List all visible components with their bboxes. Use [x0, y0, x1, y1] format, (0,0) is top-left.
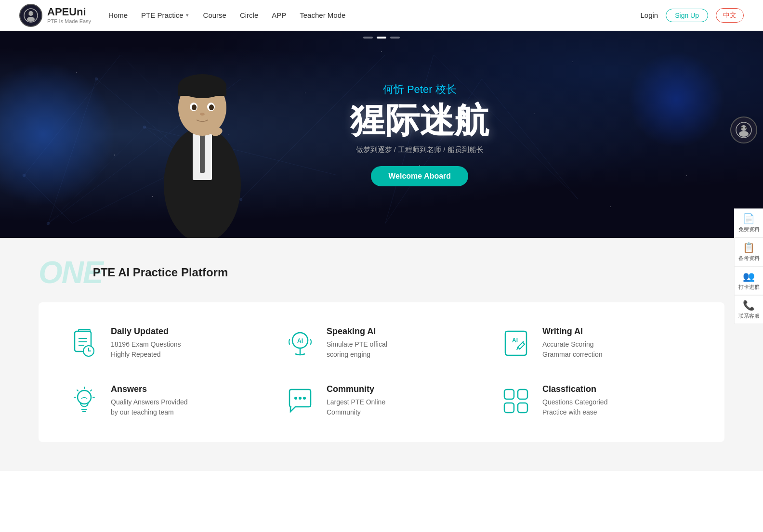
classification-icon — [499, 384, 533, 418]
study-materials-label: 备考资料 — [738, 255, 760, 262]
nav-pte-practice[interactable]: PTE Practice ▼ — [141, 11, 189, 19]
daily-updated-icon — [67, 326, 101, 360]
feature-daily-updated-desc: 18196 Exam QuestionsHighly Repeated — [111, 339, 181, 360]
svg-text:AI: AI — [512, 337, 518, 344]
svg-rect-59 — [518, 403, 527, 413]
svg-rect-57 — [518, 389, 527, 399]
hero-subtitle: 何忻 Peter 校长 — [350, 82, 489, 97]
feature-writing-ai-desc: Accurate ScoringGrammar correction — [542, 339, 602, 360]
nav-circle[interactable]: Circle — [240, 11, 258, 19]
logo-area: APEUni PTE Is Made Easy — [19, 4, 91, 27]
section-header: ONE PTE AI Practice Platform — [39, 257, 724, 288]
feature-answers-text: Answers Quality Answers Providedby our t… — [111, 384, 188, 417]
feature-daily-updated-title: Daily Updated — [111, 326, 181, 337]
feature-community: Community Largest PTE OnlineCommunity — [283, 384, 480, 418]
feature-community-title: Community — [327, 384, 385, 394]
svg-point-33 — [745, 127, 747, 129]
svg-point-2 — [27, 17, 35, 22]
carousel-dot-2[interactable] — [377, 37, 386, 39]
pte-practice-dropdown-icon: ▼ — [185, 13, 190, 18]
svg-point-55 — [303, 397, 306, 400]
checkin-group-label: 打卡进群 — [738, 284, 760, 291]
feature-speaking-ai: AI Speaking AI Simulate PTE officalscori… — [283, 326, 480, 360]
side-btn-contact[interactable]: 📞 联系客服 — [734, 295, 763, 324]
feature-classification-title: Classfication — [542, 384, 607, 394]
nav-app[interactable]: APP — [272, 11, 286, 19]
svg-point-4 — [33, 12, 34, 13]
signup-button[interactable]: Sign Up — [666, 9, 708, 22]
side-btn-free-materials[interactable]: 📄 免费资料 — [734, 208, 763, 237]
contact-icon: 📞 — [743, 299, 755, 311]
carousel-dot-3[interactable] — [390, 37, 400, 39]
svg-point-53 — [294, 397, 297, 400]
logo-sub: PTE Is Made Easy — [47, 18, 91, 24]
community-icon — [283, 384, 317, 418]
answers-icon — [67, 384, 101, 418]
feature-writing-ai-title: Writing AI — [542, 326, 602, 337]
side-btn-checkin-group[interactable]: 👥 打卡进群 — [734, 266, 763, 295]
study-materials-icon: 📋 — [743, 242, 755, 253]
hero-content: 何忻 Peter 校长 猩际迷航 做梦到逐梦 / 工程师到老师 / 船员到船长 … — [350, 82, 489, 186]
feature-writing-ai-text: Writing AI Accurate ScoringGrammar corre… — [542, 326, 602, 360]
carousel-dots — [363, 37, 400, 39]
logo-icon — [19, 4, 42, 27]
feature-classification-desc: Questions CategoriedPractice with ease — [542, 397, 607, 417]
svg-point-15 — [23, 174, 26, 177]
hero-person — [116, 31, 289, 238]
hero-tagline: 做梦到逐梦 / 工程师到老师 / 船员到船长 — [350, 145, 489, 155]
svg-rect-58 — [504, 403, 514, 413]
svg-point-54 — [299, 397, 302, 400]
svg-line-50 — [77, 390, 78, 391]
hero-cta-button[interactable]: Welcome Aboard — [371, 166, 468, 186]
feature-answers: Answers Quality Answers Providedby our t… — [67, 384, 264, 418]
nav-course[interactable]: Course — [203, 11, 226, 19]
contact-label: 联系客服 — [738, 312, 760, 320]
hero-robot-icon — [730, 117, 757, 143]
checkin-group-icon: 👥 — [743, 271, 755, 282]
svg-point-25 — [192, 104, 197, 110]
language-button[interactable]: 中文 — [716, 8, 744, 23]
writing-ai-icon: AI — [499, 326, 533, 360]
svg-point-3 — [28, 12, 29, 13]
svg-point-1 — [28, 11, 33, 16]
svg-rect-56 — [504, 389, 514, 399]
svg-point-14 — [95, 78, 98, 80]
feature-speaking-ai-title: Speaking AI — [327, 326, 387, 337]
free-materials-label: 免费资料 — [738, 226, 760, 233]
feature-speaking-ai-desc: Simulate PTE officalscoring enging — [327, 339, 387, 360]
svg-point-11 — [47, 222, 50, 225]
person-silhouette — [140, 36, 265, 238]
svg-point-27 — [200, 113, 205, 116]
feature-writing-ai: AI Writing AI Accurate ScoringGrammar co… — [499, 326, 696, 360]
svg-line-44 — [523, 341, 524, 342]
side-btn-study-materials[interactable]: 📋 备考资料 — [734, 237, 763, 266]
nav-left: APEUni PTE Is Made Easy Home PTE Practic… — [19, 4, 345, 27]
svg-line-43 — [517, 347, 518, 350]
nav-teacher-mode[interactable]: Teacher Mode — [300, 11, 345, 19]
free-materials-icon: 📄 — [743, 213, 755, 224]
svg-point-26 — [209, 104, 214, 110]
navbar: APEUni PTE Is Made Easy Home PTE Practic… — [0, 0, 763, 31]
login-button[interactable]: Login — [640, 11, 658, 19]
svg-point-32 — [741, 127, 743, 129]
features-grid: Daily Updated 18196 Exam QuestionsHighly… — [67, 326, 696, 418]
svg-rect-19 — [200, 134, 205, 173]
feature-classification: Classfication Questions CategoriedPracti… — [499, 384, 696, 418]
feature-community-desc: Largest PTE OnlineCommunity — [327, 397, 385, 417]
main-content: ONE PTE AI Practice Platform — [0, 238, 763, 471]
logo-text: APEUni PTE Is Made Easy — [47, 6, 91, 24]
nav-right: Login Sign Up 中文 — [640, 8, 744, 23]
feature-classification-text: Classfication Questions CategoriedPracti… — [542, 384, 607, 417]
feature-daily-updated-text: Daily Updated 18196 Exam QuestionsHighly… — [111, 326, 181, 360]
speaking-ai-icon: AI — [283, 326, 317, 360]
features-card: Daily Updated 18196 Exam QuestionsHighly… — [39, 302, 724, 442]
svg-point-31 — [739, 131, 749, 137]
svg-line-49 — [91, 390, 92, 391]
hero-title: 猩际迷航 — [350, 102, 489, 140]
svg-rect-22 — [178, 86, 226, 96]
carousel-dot-1[interactable] — [363, 37, 373, 39]
feature-community-text: Community Largest PTE OnlineCommunity — [327, 384, 385, 417]
nav-home[interactable]: Home — [108, 11, 128, 19]
section-title: PTE AI Practice Platform — [93, 266, 228, 279]
feature-answers-desc: Quality Answers Providedby our teaching … — [111, 397, 188, 417]
